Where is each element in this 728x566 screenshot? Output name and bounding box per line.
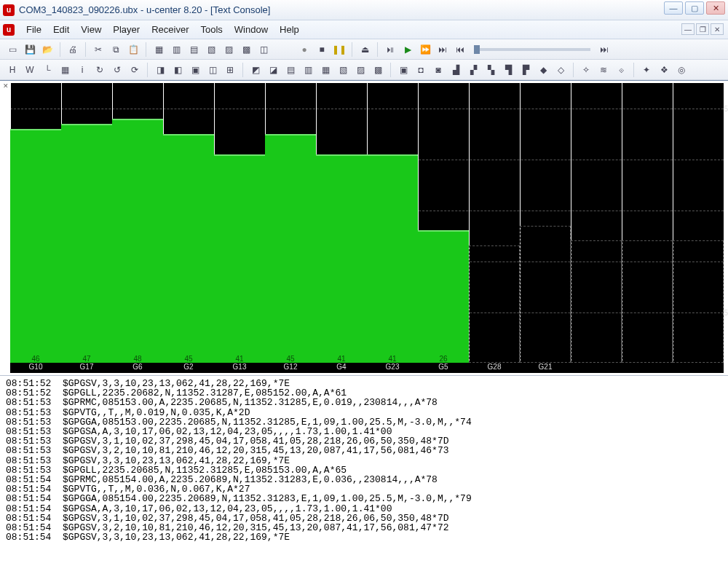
file-open-icon[interactable]: 📂 <box>39 42 55 58</box>
view-cyc1-icon[interactable]: ↻ <box>92 62 108 78</box>
player-end-icon[interactable]: ⏭ <box>435 42 451 58</box>
view-wave-icon[interactable]: ≋ <box>596 62 612 78</box>
menu-edit[interactable]: Edit <box>47 24 75 35</box>
menu-window[interactable]: Window <box>229 24 274 35</box>
menu-file[interactable]: File <box>20 24 47 35</box>
satellite-bar: 45 <box>265 83 316 363</box>
file-tbl7-icon[interactable]: ◫ <box>256 42 272 58</box>
maximize-button[interactable]: ▢ <box>685 1 704 15</box>
toolbar-file-player: ▭💾📂🖨✂⧉📋▦▥▤▧▨▩◫ ●■❚❚⏏⏯▶⏩⏭⏮ ⏭ <box>0 39 728 60</box>
file-paste-icon[interactable]: 📋 <box>125 42 141 58</box>
view-i-icon[interactable]: i <box>74 62 90 78</box>
view-v6-icon[interactable]: ▚ <box>483 62 499 78</box>
file-tbl2-icon[interactable]: ▥ <box>168 42 184 58</box>
player-pause-icon[interactable]: ❚❚ <box>331 42 347 58</box>
player-fwd-icon[interactable]: ⏩ <box>417 42 433 58</box>
view-v7-icon[interactable]: ▜ <box>500 62 516 78</box>
file-tbl1-icon[interactable]: ▦ <box>151 42 167 58</box>
view-panelG-icon[interactable]: ▨ <box>352 62 368 78</box>
view-v10-icon[interactable]: ◇ <box>553 62 569 78</box>
menu-view[interactable]: View <box>75 24 107 35</box>
view-v2-icon[interactable]: ◘ <box>413 62 429 78</box>
view-hx-icon[interactable]: H <box>4 62 20 78</box>
console-message: $GPRMC,085153.00,A,2235.20685,N,11352.31… <box>63 398 438 407</box>
prn-label: G10 <box>10 363 61 373</box>
prn-label: G4 <box>316 363 367 373</box>
player-end-icon[interactable]: ⏭ <box>596 42 612 58</box>
view-panelE-icon[interactable]: ▦ <box>317 62 333 78</box>
menu-player[interactable]: Player <box>107 24 146 35</box>
file-print-icon[interactable]: 🖨 <box>65 42 81 58</box>
player-step-fwd-icon[interactable]: ⏯ <box>382 42 398 58</box>
view-panelD-icon[interactable]: ▥ <box>300 62 316 78</box>
file-cut-icon[interactable]: ✂ <box>90 42 106 58</box>
file-new-icon[interactable]: ▭ <box>4 42 20 58</box>
prn-label: G21 <box>520 363 571 373</box>
title-bar: u COM3_140823_090226.ubx - u-center 8.20… <box>0 0 728 20</box>
satellite-bar <box>520 83 571 363</box>
prn-label: G17 <box>61 363 112 373</box>
file-save-icon[interactable]: 💾 <box>22 42 38 58</box>
view-tool2-icon[interactable]: ❖ <box>656 62 672 78</box>
player-play-icon[interactable]: ▶ <box>400 42 416 58</box>
menu-help[interactable]: Help <box>274 24 305 35</box>
player-stop-icon[interactable]: ■ <box>314 42 330 58</box>
file-tbl5-icon[interactable]: ▨ <box>221 42 237 58</box>
menu-tools[interactable]: Tools <box>194 24 228 35</box>
view-tool1-icon[interactable]: ✦ <box>638 62 654 78</box>
satellite-bar <box>673 83 724 363</box>
view-lt-icon[interactable]: └ <box>39 62 55 78</box>
player-begin-icon[interactable]: ⏮ <box>452 42 468 58</box>
player-slider[interactable] <box>474 48 590 51</box>
view-win2-icon[interactable]: ◧ <box>170 62 186 78</box>
file-tbl6-icon[interactable]: ▩ <box>238 42 254 58</box>
view-compass-icon[interactable]: ✧ <box>578 62 594 78</box>
view-v9-icon[interactable]: ◆ <box>535 62 551 78</box>
menu-receiver[interactable]: Receiver <box>146 24 194 35</box>
view-w-icon[interactable]: W <box>22 62 38 78</box>
mdi-close-button[interactable]: ✕ <box>711 23 724 35</box>
console-line: 08:51:54$GPGGA,085154.00,2235.20689,N,11… <box>6 494 722 503</box>
view-antenna-icon[interactable]: ⟐ <box>613 62 629 78</box>
view-v3-icon[interactable]: ◙ <box>430 62 446 78</box>
console-line: 08:51:53$GPRMC,085153.00,A,2235.20685,N,… <box>6 398 722 407</box>
view-win1-icon[interactable]: ◨ <box>152 62 168 78</box>
mdi-minimize-button[interactable]: — <box>681 23 695 35</box>
cno-value: 48 <box>112 355 163 363</box>
close-button[interactable]: ✕ <box>706 1 725 15</box>
view-panelA-icon[interactable]: ◩ <box>248 62 264 78</box>
empty-bar <box>469 245 520 363</box>
mdi-restore-button[interactable]: ❐ <box>696 23 709 35</box>
cno-bar <box>10 129 61 363</box>
view-split1-icon[interactable]: ◫ <box>205 62 221 78</box>
view-v8-icon[interactable]: ▛ <box>518 62 534 78</box>
view-tool3-icon[interactable]: ◎ <box>673 62 689 78</box>
console-message: $GPGSA,A,3,10,17,06,02,13,12,04,23,05,,,… <box>63 504 392 514</box>
view-panelC-icon[interactable]: ▤ <box>282 62 298 78</box>
cno-value: 47 <box>61 355 112 363</box>
view-win3-icon[interactable]: ▣ <box>187 62 203 78</box>
view-panelB-icon[interactable]: ◪ <box>265 62 281 78</box>
view-v4-icon[interactable]: ▟ <box>448 62 464 78</box>
view-cyc2-icon[interactable]: ↺ <box>109 62 125 78</box>
view-grid-icon[interactable]: ▦ <box>57 62 73 78</box>
text-console[interactable]: 08:51:52$GPGSV,3,3,10,23,13,062,41,28,22… <box>0 375 728 552</box>
separator <box>377 42 378 57</box>
player-rec-icon[interactable]: ● <box>296 42 312 58</box>
empty-bar <box>622 240 673 363</box>
minimize-button[interactable]: — <box>664 1 683 15</box>
empty-bar <box>571 240 622 363</box>
view-split2-icon[interactable]: ⊞ <box>222 62 238 78</box>
file-tbl4-icon[interactable]: ▧ <box>203 42 219 58</box>
file-copy-icon[interactable]: ⧉ <box>108 42 124 58</box>
view-v5-icon[interactable]: ▞ <box>465 62 481 78</box>
view-v1-icon[interactable]: ▣ <box>395 62 411 78</box>
view-panelH-icon[interactable]: ▩ <box>370 62 386 78</box>
view-panelF-icon[interactable]: ▧ <box>335 62 351 78</box>
view-cyc3-icon[interactable]: ⟳ <box>127 62 143 78</box>
console-message: $GPGGA,085154.00,2235.20689,N,11352.3128… <box>63 494 472 503</box>
console-line: 08:51:53$GPVTG,,T,,M,0.019,N,0.035,K,A*2… <box>6 408 722 417</box>
separator <box>85 42 86 57</box>
player-eject-icon[interactable]: ⏏ <box>357 42 373 58</box>
file-tbl3-icon[interactable]: ▤ <box>186 42 202 58</box>
